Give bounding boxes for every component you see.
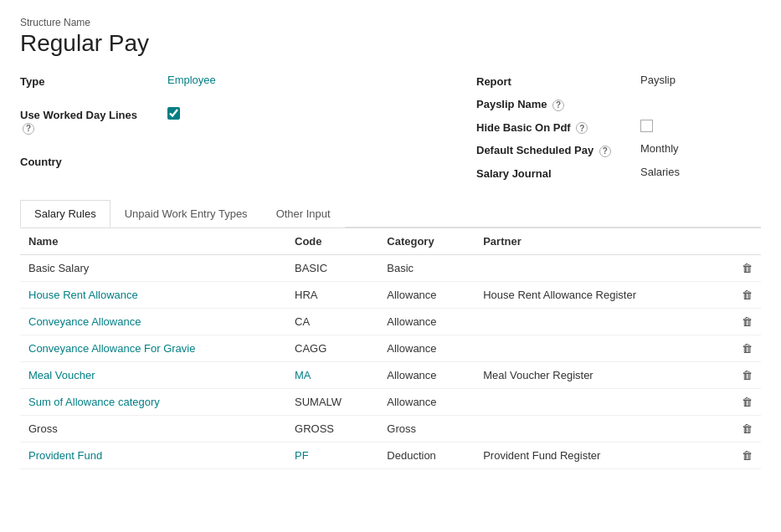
cell-partner (475, 415, 721, 442)
cell-partner: House Rent Allowance Register (475, 281, 721, 308)
cell-delete[interactable]: 🗑 (721, 388, 761, 415)
country-label: Country (20, 154, 154, 168)
tab-other-input[interactable]: Other Input (262, 200, 345, 228)
cell-partner: Provident Fund Register (475, 442, 721, 468)
use-worked-day-checkbox[interactable] (167, 107, 180, 120)
cell-name[interactable]: Provident Fund (20, 442, 286, 468)
cell-name: Gross (20, 415, 286, 442)
salary-journal-label: Salary Journal (476, 166, 627, 180)
payslip-name-label: Payslip Name ? (476, 96, 627, 111)
cell-partner (475, 308, 721, 335)
cell-name[interactable]: House Rent Allowance (20, 281, 286, 308)
cell-delete[interactable]: 🗑 (721, 442, 761, 468)
cell-delete[interactable]: 🗑 (721, 281, 761, 308)
cell-delete[interactable]: 🗑 (721, 254, 761, 281)
cell-partner (475, 254, 721, 281)
col-header-partner: Partner (475, 228, 721, 254)
cell-name[interactable]: Conveyance Allowance (20, 308, 286, 335)
table-row: Conveyance AllowanceCAAllowance🗑 (20, 308, 761, 335)
table-row: Conveyance Allowance For GravieCAGGAllow… (20, 335, 761, 361)
col-header-name: Name (20, 228, 286, 254)
col-header-code: Code (286, 228, 378, 254)
report-value: Payslip (640, 74, 761, 86)
cell-code[interactable]: PF (286, 442, 378, 468)
use-worked-day-label: Use Worked Day Lines ? (20, 107, 154, 135)
tab-unpaid-work-entry-types[interactable]: Unpaid Work Entry Types (110, 200, 262, 228)
default-scheduled-label: Default Scheduled Pay ? (476, 142, 627, 157)
cell-code[interactable]: MA (286, 361, 378, 388)
cell-partner: Meal Voucher Register (475, 361, 721, 388)
table-row: House Rent AllowanceHRAAllowanceHouse Re… (20, 281, 761, 308)
table-header-row: NameCodeCategoryPartner (20, 228, 761, 254)
table-row: Basic SalaryBASICBasic🗑 (20, 254, 761, 281)
cell-category: Allowance (378, 308, 475, 335)
cell-code: SUMALW (286, 388, 378, 415)
table-row: Provident FundPFDeductionProvident Fund … (20, 442, 761, 468)
cell-code: BASIC (286, 254, 378, 281)
cell-partner (475, 335, 721, 361)
salary-rules-table: NameCodeCategoryPartner Basic SalaryBASI… (20, 228, 761, 469)
cell-name[interactable]: Meal Voucher (20, 361, 286, 388)
col-header-category: Category (378, 228, 475, 254)
cell-name: Basic Salary (20, 254, 286, 281)
table-row: Meal VoucherMAAllowanceMeal Voucher Regi… (20, 361, 761, 388)
type-value: Employee (167, 74, 476, 86)
cell-code: CAGG (286, 335, 378, 361)
default-scheduled-help-icon: ? (599, 146, 611, 157)
cell-category: Allowance (378, 281, 475, 308)
cell-code: CA (286, 308, 378, 335)
salary-journal-value: Salaries (640, 166, 761, 178)
table-row: GrossGROSSGross🗑 (20, 415, 761, 442)
cell-category: Allowance (378, 388, 475, 415)
type-label: Type (20, 74, 154, 88)
cell-category: Deduction (378, 442, 475, 468)
use-worked-day-help-icon: ? (23, 123, 34, 135)
cell-name[interactable]: Sum of Allowance category (20, 388, 286, 415)
cell-delete[interactable]: 🗑 (721, 308, 761, 335)
cell-partner (475, 388, 721, 415)
col-header-actions (721, 228, 761, 254)
table-row: Sum of Allowance categorySUMALWAllowance… (20, 388, 761, 415)
tab-salary-rules[interactable]: Salary Rules (20, 200, 110, 228)
cell-code: GROSS (286, 415, 378, 442)
report-label: Report (476, 74, 627, 88)
page-title: Regular Pay (20, 30, 761, 57)
cell-name[interactable]: Conveyance Allowance For Gravie (20, 335, 286, 361)
cell-category: Allowance (378, 361, 475, 388)
cell-code: HRA (286, 281, 378, 308)
hide-basic-label: Hide Basic On Pdf ? (476, 120, 627, 135)
cell-delete[interactable]: 🗑 (721, 415, 761, 442)
cell-category: Basic (378, 254, 475, 281)
hide-basic-help-icon: ? (576, 122, 588, 134)
cell-delete[interactable]: 🗑 (721, 361, 761, 388)
cell-category: Allowance (378, 335, 475, 361)
cell-category: Gross (378, 415, 475, 442)
payslip-name-help-icon: ? (552, 100, 564, 111)
default-scheduled-value: Monthly (640, 142, 761, 155)
structure-label: Structure Name (20, 17, 761, 28)
tabs-bar: Salary RulesUnpaid Work Entry TypesOther… (20, 200, 761, 228)
hide-basic-checkbox[interactable] (640, 120, 653, 132)
cell-delete[interactable]: 🗑 (721, 335, 761, 361)
